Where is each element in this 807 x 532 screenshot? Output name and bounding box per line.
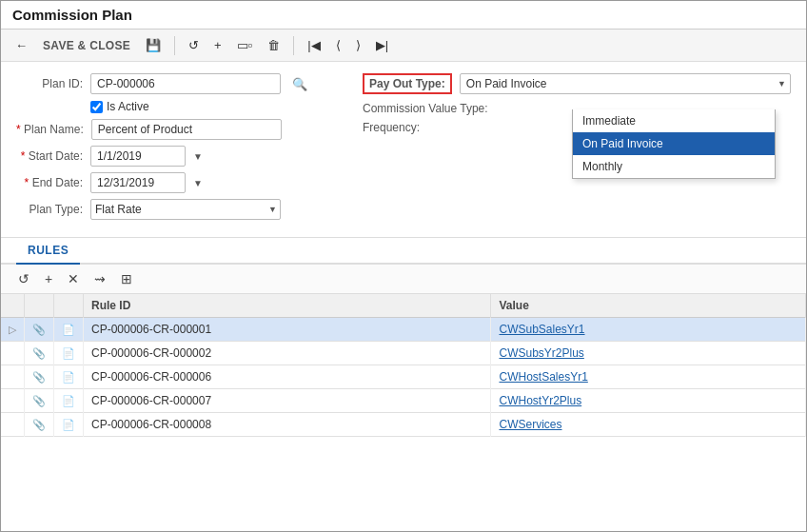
tab-rules[interactable]: RULES: [16, 238, 80, 265]
rules-add-icon: +: [45, 271, 52, 286]
dropdown-item-immediate[interactable]: Immediate: [573, 109, 775, 132]
rules-delete-icon: ✕: [68, 271, 79, 286]
payout-panel: Pay Out Type: On Paid Invoice Immediate …: [363, 73, 791, 140]
row-value[interactable]: CWSubSalesYr1: [491, 318, 806, 342]
save-icon: 💾: [146, 38, 161, 52]
col-header-pin: [1, 294, 25, 318]
plan-type-select-wrapper: Flat Rate Percent of Product ▼: [90, 199, 281, 220]
end-date-arrow[interactable]: ▼: [193, 178, 203, 188]
rules-table-container: Rule ID Value ▷📎📄CP-000006-CR-000001CWSu…: [1, 294, 806, 531]
row-doc-icon: 📄: [54, 365, 84, 389]
row-pin-icon: [1, 389, 25, 413]
end-date-input[interactable]: [90, 172, 186, 193]
table-row[interactable]: 📎📄CP-000006-CR-000007CWHostYr2Plus: [1, 389, 806, 413]
rules-add-button[interactable]: +: [39, 268, 58, 289]
add-icon: +: [214, 38, 222, 52]
add-button[interactable]: +: [209, 35, 226, 55]
start-date-arrow[interactable]: ▼: [193, 151, 203, 162]
table-row[interactable]: 📎📄CP-000006-CR-000006CWHostSalesYr1: [1, 365, 806, 389]
rules-tbody: ▷📎📄CP-000006-CR-000001CWSubSalesYr1📎📄CP-…: [1, 318, 806, 437]
plan-id-search-button[interactable]: 🔍: [288, 75, 311, 93]
delete-icon: 🗑: [267, 38, 280, 52]
row-rule-id: CP-000006-CR-000001: [84, 318, 491, 342]
save-close-button[interactable]: SAVE & CLOSE: [38, 36, 135, 55]
plan-name-label: Plan Name:: [16, 123, 84, 136]
back-icon: ←: [15, 38, 28, 52]
rules-toolbar: ↺ + ✕ ⇝ ⊞: [1, 265, 806, 294]
row-rule-id: CP-000006-CR-000007: [84, 389, 491, 413]
payout-dropdown-overlay: Immediate On Paid Invoice Monthly: [572, 109, 776, 179]
form-area: Plan ID: 🔍 Is Active Plan Name: Start Da…: [1, 62, 806, 238]
row-attach-icon: 📎: [25, 318, 54, 342]
payout-type-select[interactable]: On Paid Invoice Immediate Monthly: [460, 73, 791, 94]
row-attach-icon: 📎: [25, 365, 54, 389]
row-value[interactable]: CWSubsYr2Plus: [491, 342, 806, 365]
rules-refresh-button[interactable]: ↺: [12, 268, 35, 289]
row-attach-icon: 📎: [25, 389, 54, 413]
save-icon-button[interactable]: 💾: [141, 35, 166, 55]
plan-type-label: Plan Type:: [16, 203, 83, 216]
undo-button[interactable]: ↺: [184, 35, 204, 55]
row-doc-icon: 📄: [54, 413, 84, 437]
last-button[interactable]: ▶|: [371, 35, 393, 55]
row-doc-icon: 📄: [54, 342, 84, 365]
next-button[interactable]: ⟩: [351, 35, 365, 55]
last-icon: ▶|: [376, 38, 388, 52]
is-active-checkbox[interactable]: [90, 101, 103, 113]
dropdown-item-monthly-label: Monthly: [582, 160, 622, 173]
row-pin-icon: [1, 365, 25, 389]
rules-grid-icon: ⊞: [121, 271, 132, 286]
rules-grid-button[interactable]: ⊞: [115, 268, 138, 289]
table-row[interactable]: 📎📄CP-000006-CR-000002CWSubsYr2Plus: [1, 342, 806, 365]
plan-type-select[interactable]: Flat Rate Percent of Product: [90, 199, 281, 220]
plan-id-label: Plan ID:: [16, 77, 83, 90]
table-row[interactable]: ▷📎📄CP-000006-CR-000001CWSubSalesYr1: [1, 318, 806, 342]
payout-select-wrapper: On Paid Invoice Immediate Monthly ▼: [460, 73, 791, 94]
row-value[interactable]: CWHostSalesYr1: [491, 365, 806, 389]
plan-type-row: Plan Type: Flat Rate Percent of Product …: [16, 199, 791, 220]
tabs-bar: RULES: [1, 238, 806, 265]
next-icon: ⟩: [356, 38, 361, 52]
copy-button[interactable]: ▭▫: [232, 35, 258, 55]
payout-type-row: Pay Out Type: On Paid Invoice Immediate …: [363, 73, 791, 94]
row-value[interactable]: CWServices: [491, 413, 806, 437]
window-title: Commission Plan: [12, 7, 132, 23]
first-button[interactable]: |◀: [303, 35, 325, 55]
rules-resize-button[interactable]: ⇝: [89, 268, 111, 289]
plan-name-input[interactable]: [91, 119, 282, 140]
table-row[interactable]: 📎📄CP-000006-CR-000008CWServices: [1, 413, 806, 437]
dropdown-item-monthly[interactable]: Monthly: [573, 155, 775, 178]
row-doc-icon: 📄: [54, 318, 84, 342]
delete-button[interactable]: 🗑: [263, 35, 285, 55]
row-attach-icon: 📎: [25, 342, 54, 365]
row-rule-id: CP-000006-CR-000002: [84, 342, 491, 365]
row-value[interactable]: CWHostYr2Plus: [491, 389, 806, 413]
row-rule-id: CP-000006-CR-000006: [84, 365, 491, 389]
frequency-label: Frequency:: [363, 121, 505, 134]
rules-resize-icon: ⇝: [94, 271, 106, 286]
separator-2: [293, 36, 294, 55]
separator-1: [174, 36, 175, 55]
plan-id-input[interactable]: [90, 73, 281, 94]
col-header-expand: [25, 294, 54, 318]
first-icon: |◀: [307, 38, 320, 52]
search-icon: 🔍: [292, 77, 307, 91]
title-bar: Commission Plan: [1, 1, 806, 30]
is-active-label[interactable]: Is Active: [107, 100, 149, 113]
dropdown-item-onpaid[interactable]: On Paid Invoice: [573, 132, 775, 155]
row-pin-icon: [1, 342, 25, 365]
col-header-rule-id: Rule ID: [84, 294, 491, 318]
dropdown-item-onpaid-label: On Paid Invoice: [582, 137, 663, 150]
rules-table: Rule ID Value ▷📎📄CP-000006-CR-000001CWSu…: [1, 294, 806, 437]
payout-type-label: Pay Out Type:: [363, 73, 452, 94]
start-date-input[interactable]: [90, 146, 186, 167]
start-date-label: Start Date:: [16, 149, 83, 163]
col-header-doc: [54, 294, 84, 318]
end-date-label: End Date:: [16, 176, 83, 189]
prev-button[interactable]: ⟨: [331, 35, 345, 55]
rules-delete-button[interactable]: ✕: [62, 268, 85, 289]
commission-value-type-label: Commission Value Type:: [363, 102, 505, 115]
row-pin-icon: ▷: [1, 318, 25, 342]
back-button[interactable]: ←: [10, 35, 32, 55]
row-pin-icon: [1, 413, 25, 437]
